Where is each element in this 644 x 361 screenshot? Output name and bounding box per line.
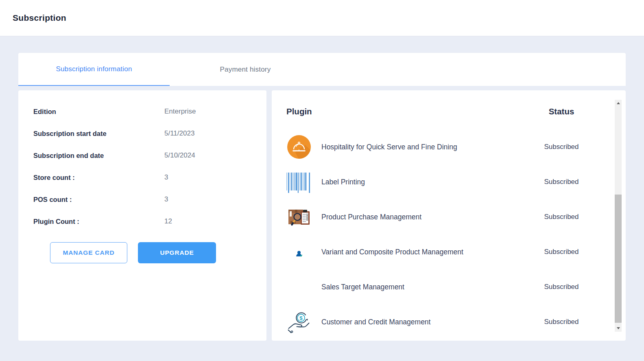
plugin-name: Sales Target Management (321, 283, 521, 291)
tab-bar: Subscription information Payment history (18, 53, 626, 86)
app-header: Subscription (0, 0, 644, 36)
field-label: Subscription end date (33, 152, 164, 160)
plugin-panel: Plugin Status Hospitality for Quick Serv… (272, 90, 626, 341)
field-label: Subscription start date (33, 130, 164, 138)
plugin-status: Subscribed (521, 318, 602, 326)
barcode-icon (286, 169, 312, 195)
plugin-row: Sales Target Management Subscribed (286, 269, 626, 304)
field-label: Store count : (33, 174, 164, 182)
page-title: Subscription (13, 13, 66, 23)
scroll-down-arrow-icon[interactable] (615, 325, 622, 332)
field-value: 5/10/2024 (164, 151, 195, 160)
field-value: 3 (164, 173, 168, 182)
status-column-header: Status (521, 107, 602, 116)
scrollbar-thumb[interactable] (615, 195, 622, 323)
info-row: Subscription end date 5/10/2024 (33, 144, 251, 166)
plugin-status: Subscribed (521, 283, 602, 291)
info-row: Store count : 3 (33, 166, 251, 188)
hand-coin-icon: $ (286, 309, 312, 335)
field-label: POS count : (33, 196, 164, 203)
field-value: 5/11/2023 (164, 129, 194, 138)
plugin-status: Subscribed (521, 213, 602, 221)
plugin-name: Variant and Composite Product Management (321, 248, 521, 256)
svg-text:$: $ (299, 315, 303, 321)
plugin-name: Label Printing (321, 178, 521, 186)
plugin-name: Product Purchase Management (321, 213, 521, 221)
sales-target-cursor-icon (286, 274, 312, 300)
plugin-row: Label Printing Subscribed (286, 164, 626, 199)
field-label: Edition (33, 108, 164, 116)
field-value: Enterprise (164, 107, 196, 116)
tab-subscription-information[interactable]: Subscription information (18, 53, 170, 86)
info-row: Subscription start date 5/11/2023 (33, 123, 251, 144)
plugin-row: Hospitality for Quick Serve and Fine Din… (286, 129, 626, 164)
panels-row: Edition Enterprise Subscription start da… (18, 90, 626, 341)
button-row: MANAGE CARD UPGRADE (50, 242, 251, 263)
plugin-row: $ Customer and Credit Management Subscri… (286, 304, 626, 339)
upgrade-button[interactable]: UPGRADE (138, 242, 216, 263)
plugin-name: Hospitality for Quick Serve and Fine Din… (321, 143, 521, 151)
hospitality-cloche-icon (286, 134, 312, 160)
field-label: Plugin Count : (33, 218, 164, 225)
plugin-list: Hospitality for Quick Serve and Fine Din… (286, 129, 626, 339)
plugin-row: Product Purchase Management Subscribed (286, 199, 626, 234)
plugin-status: Subscribed (521, 248, 602, 256)
plugin-status: Subscribed (521, 178, 602, 186)
info-row: Plugin Count : 12 (33, 210, 251, 232)
field-value: 12 (164, 217, 172, 225)
plugin-row: Variant and Composite Product Management… (286, 234, 626, 269)
field-value: 3 (164, 195, 168, 203)
tab-label: Subscription information (56, 65, 132, 73)
subscription-info-panel: Edition Enterprise Subscription start da… (18, 90, 266, 341)
info-row: Edition Enterprise (33, 101, 251, 123)
plugin-column-header: Plugin (286, 107, 521, 116)
plugin-scrollbar[interactable] (615, 100, 622, 332)
tab-label: Payment history (220, 66, 271, 74)
plugin-list-header: Plugin Status (286, 90, 626, 129)
scroll-up-arrow-icon[interactable] (615, 100, 622, 107)
subscription-fields: Edition Enterprise Subscription start da… (33, 101, 251, 232)
manage-card-button[interactable]: MANAGE CARD (50, 242, 127, 263)
tab-payment-history[interactable]: Payment history (170, 53, 321, 86)
info-row: POS count : 3 (33, 188, 251, 210)
plugin-name: Customer and Credit Management (321, 318, 521, 326)
plugin-status: Subscribed (521, 143, 602, 151)
purchase-box-magnifier-icon (286, 204, 312, 230)
main-content: Subscription information Payment history… (0, 36, 644, 341)
cloud-user-hexagon-icon (286, 239, 312, 265)
